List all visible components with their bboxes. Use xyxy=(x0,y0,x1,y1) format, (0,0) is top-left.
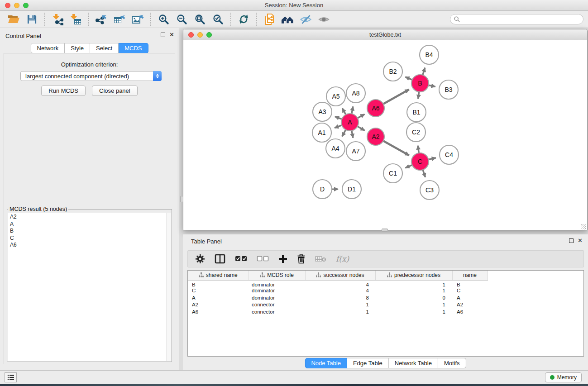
refresh-layout-icon[interactable] xyxy=(237,13,250,26)
table-settings-icon[interactable] xyxy=(195,254,205,264)
tab-mcds[interactable]: MCDS xyxy=(119,43,148,53)
mcds-result-item[interactable]: A xyxy=(10,221,171,228)
column-header-label: name xyxy=(463,272,477,278)
new-network-from-selection-icon[interactable] xyxy=(263,13,276,26)
close-panel-icon[interactable]: ✕ xyxy=(169,33,174,37)
network-canvas[interactable]: AA1A2A3A4A5A6A7A8BB1B2B3B4CC1C2C3C4DD1 xyxy=(183,40,587,230)
import-table-icon[interactable] xyxy=(69,13,82,26)
table-row[interactable]: A6connector11A6 xyxy=(188,308,583,315)
export-network-icon[interactable] xyxy=(95,13,108,26)
node-table[interactable]: shared nameMCDS rolesuccessor nodesprede… xyxy=(188,271,583,315)
float-panel-icon[interactable] xyxy=(161,33,165,37)
criterion-dropdown[interactable]: largest connected component (directed) xyxy=(20,71,162,81)
hide-selected-icon[interactable] xyxy=(299,13,312,26)
node-A5[interactable]: A5 xyxy=(326,87,345,106)
mcds-result-list-container[interactable]: A2ABCA6 xyxy=(8,213,171,361)
zoom-out-icon[interactable] xyxy=(175,13,188,26)
window-resize-grip[interactable] xyxy=(581,224,586,229)
column-header-successor-nodes[interactable]: successor nodes xyxy=(305,271,375,280)
scrollbar-track[interactable] xyxy=(166,213,171,361)
node-A8[interactable]: A8 xyxy=(346,84,365,103)
memory-button[interactable]: Memory xyxy=(545,372,582,382)
run-mcds-button[interactable]: Run MCDS xyxy=(41,86,86,96)
node-A4[interactable]: A4 xyxy=(326,139,345,158)
node-D1[interactable]: D1 xyxy=(342,180,361,199)
horizontal-splitter-handle[interactable] xyxy=(382,229,388,232)
control-panel: Control Panel ✕ NetworkStyleSelectMCDS O… xyxy=(0,28,179,370)
select-all-checks-icon[interactable] xyxy=(235,256,247,262)
node-A1[interactable]: A1 xyxy=(312,123,331,142)
add-column-icon[interactable] xyxy=(278,254,287,263)
open-session-icon[interactable] xyxy=(7,13,20,26)
search-field[interactable] xyxy=(450,14,583,24)
column-header-mcds-role[interactable]: MCDS role xyxy=(249,271,305,280)
control-panel-title: Control Panel xyxy=(5,33,41,39)
task-history-button[interactable] xyxy=(5,372,17,382)
import-network-icon[interactable] xyxy=(51,13,64,26)
deselect-all-checks-icon[interactable] xyxy=(257,256,269,262)
table-row[interactable]: A2connector11A2 xyxy=(188,301,583,309)
node-label: A6 xyxy=(372,105,379,112)
node-C3[interactable]: C3 xyxy=(420,181,439,200)
node-B3[interactable]: B3 xyxy=(439,80,458,99)
node-A6[interactable]: A6 xyxy=(367,100,384,117)
column-header-shared-name[interactable]: shared name xyxy=(188,271,249,280)
table-tab-network-table[interactable]: Network Table xyxy=(389,358,438,368)
delete-column-icon[interactable] xyxy=(297,254,306,264)
column-header-name[interactable]: name xyxy=(452,271,488,280)
node-A7[interactable]: A7 xyxy=(346,142,365,161)
zoom-fit-icon[interactable] xyxy=(193,13,206,26)
mcds-result-item[interactable]: B xyxy=(10,228,171,235)
mcds-result-item[interactable]: A6 xyxy=(10,242,171,249)
node-B[interactable]: B xyxy=(411,75,429,92)
home-icon[interactable] xyxy=(281,13,294,26)
close-panel-button[interactable]: Close panel xyxy=(92,86,138,96)
node-A2[interactable]: A2 xyxy=(367,128,384,145)
mcds-result-item[interactable]: C xyxy=(10,235,171,242)
table-row[interactable]: Adominator80A xyxy=(188,294,583,301)
node-B2[interactable]: B2 xyxy=(383,62,402,81)
zoom-selected-icon[interactable] xyxy=(211,13,225,26)
tab-network[interactable]: Network xyxy=(30,43,65,53)
node-B1[interactable]: B1 xyxy=(407,103,426,122)
node-C[interactable]: C xyxy=(411,153,429,170)
show-all-icon[interactable] xyxy=(317,13,330,26)
network-window-title-bar[interactable]: testGlobe.txt xyxy=(183,29,587,40)
node-B4[interactable]: B4 xyxy=(420,45,439,64)
tab-style[interactable]: Style xyxy=(65,43,90,53)
export-table-icon[interactable] xyxy=(113,13,126,26)
node-D[interactable]: D xyxy=(313,180,332,199)
table-cell: A6 xyxy=(452,308,488,315)
tab-select[interactable]: Select xyxy=(90,43,119,53)
save-session-icon[interactable] xyxy=(25,13,38,26)
zoom-in-icon[interactable] xyxy=(157,13,170,26)
table-tab-edge-table[interactable]: Edge Table xyxy=(347,358,389,368)
table-cell: 1 xyxy=(375,280,452,287)
vertical-splitter-handle[interactable] xyxy=(180,196,183,202)
main-toolbar xyxy=(0,11,588,28)
export-image-icon[interactable] xyxy=(131,13,144,26)
table-row[interactable]: Bdominator41B xyxy=(188,280,583,287)
table-cell: A xyxy=(452,294,488,301)
node-label: C xyxy=(418,158,422,165)
node-A3[interactable]: A3 xyxy=(313,102,332,121)
search-input[interactable] xyxy=(462,16,583,23)
edge-A2-C[interactable] xyxy=(382,140,409,156)
column-header-predecessor-nodes[interactable]: predecessor nodes xyxy=(375,271,452,280)
delete-table-icon[interactable] xyxy=(315,255,326,262)
mcds-result-item[interactable]: A2 xyxy=(10,214,171,221)
edge-A6-B[interactable] xyxy=(382,90,409,105)
node-A[interactable]: A xyxy=(341,114,359,131)
node-C4[interactable]: C4 xyxy=(440,145,459,164)
node-C2[interactable]: C2 xyxy=(406,123,425,142)
criterion-value: largest connected component (directed) xyxy=(21,73,153,80)
table-row[interactable]: Cdominator41C xyxy=(188,287,583,295)
table-cell-filler xyxy=(488,294,583,301)
table-tab-motifs[interactable]: Motifs xyxy=(438,358,466,368)
table-tab-node-table[interactable]: Node Table xyxy=(305,358,347,368)
function-builder-icon[interactable]: f(x) xyxy=(336,254,349,263)
float-table-panel-icon[interactable] xyxy=(569,238,574,243)
show-columns-icon[interactable] xyxy=(215,254,225,264)
close-table-panel-icon[interactable]: ✕ xyxy=(578,238,583,243)
node-C1[interactable]: C1 xyxy=(383,164,402,183)
